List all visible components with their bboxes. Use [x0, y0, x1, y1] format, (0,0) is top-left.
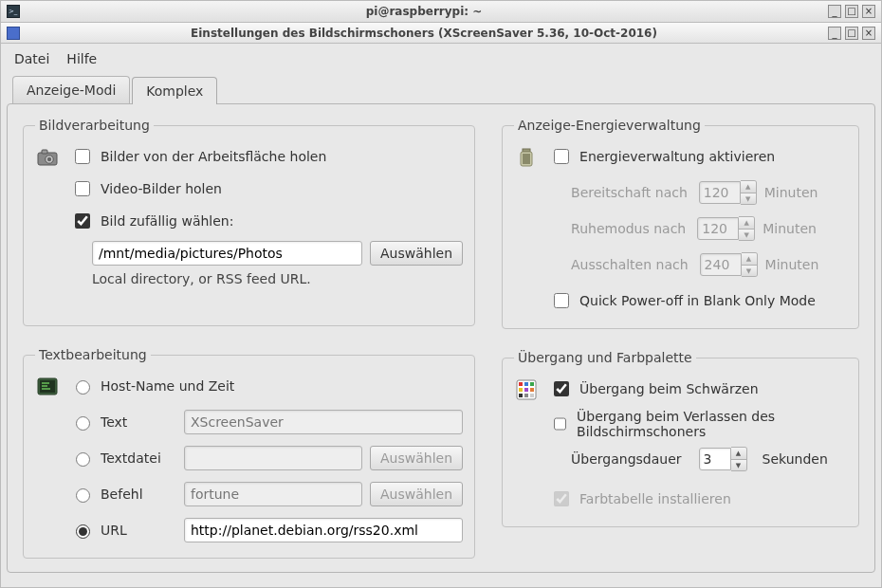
- spin-fade-duration[interactable]: 3 ▲▼: [699, 447, 747, 471]
- input-image-path[interactable]: [92, 241, 362, 266]
- svg-rect-10: [519, 382, 523, 386]
- label-enable-power-mgmt: Energieverwaltung aktivieren: [579, 149, 775, 164]
- label-fade-duration: Übergangsdauer: [571, 451, 681, 467]
- text-terminal-icon: [35, 376, 60, 398]
- xscreensaver-icon: [7, 27, 20, 40]
- radio-command[interactable]: [76, 488, 90, 503]
- group-fade-legend: Übergang und Farbpalette: [514, 350, 696, 365]
- input-command[interactable]: [184, 482, 362, 506]
- label-suspend-minutes: Minuten: [763, 221, 817, 236]
- spin-suspend[interactable]: 120 ▲▼: [697, 216, 755, 241]
- group-power-legend: Anzeige-Energieverwaltung: [514, 118, 705, 133]
- checkbox-grab-desktop[interactable]: [75, 149, 90, 164]
- label-command: Befehl: [101, 487, 176, 502]
- label-suspend-after: Ruhemodus nach: [571, 221, 686, 236]
- radio-url[interactable]: [76, 524, 90, 539]
- battery-icon: [514, 146, 539, 169]
- spin-off[interactable]: 240 ▲▼: [700, 252, 758, 277]
- button-command-browse[interactable]: Auswählen: [370, 482, 463, 506]
- svg-rect-18: [530, 394, 534, 397]
- group-image-manipulation: Bildverarbeitung Bilder von der Arbeitsf…: [23, 118, 475, 326]
- label-url: URL: [101, 523, 176, 538]
- label-grab-video: Video-Bilder holen: [101, 181, 222, 196]
- terminal-icon: [7, 5, 20, 18]
- dialog-titlebar: Einstellungen des Bildschirmschoners (XS…: [0, 23, 882, 44]
- dialog-minimize-button[interactable]: _: [828, 27, 841, 40]
- svg-rect-17: [524, 394, 528, 397]
- group-text-manipulation: Textbearbeitung Host-Name und Zeit: [23, 347, 475, 559]
- svg-rect-15: [530, 388, 534, 392]
- radio-textfile[interactable]: [76, 452, 90, 467]
- checkbox-choose-random-image[interactable]: [75, 213, 90, 229]
- spin-fade-down[interactable]: ▼: [731, 459, 746, 470]
- spin-suspend-down[interactable]: ▼: [739, 229, 754, 240]
- colormap-icon: [514, 378, 539, 401]
- dialog-title: Einstellungen des Bildschirmschoners (XS…: [26, 27, 822, 40]
- label-off-minutes: Minuten: [765, 257, 819, 272]
- label-standby-after: Bereitschaft nach: [571, 185, 688, 200]
- label-textfile: Textdatei: [101, 450, 176, 466]
- radio-text[interactable]: [76, 416, 90, 431]
- group-fading-colormap: Übergang und Farbpalette Übergang beim S…: [502, 350, 859, 527]
- spin-suspend-value[interactable]: 120: [697, 217, 739, 240]
- label-host-time: Host-Name und Zeit: [101, 378, 234, 394]
- checkbox-grab-video[interactable]: [75, 181, 90, 196]
- menu-help[interactable]: Hilfe: [66, 51, 97, 66]
- outer-maximize-button[interactable]: □: [845, 5, 858, 18]
- camera-icon: [35, 146, 60, 169]
- input-url[interactable]: [184, 518, 463, 542]
- radio-host-time[interactable]: [76, 380, 90, 395]
- group-text-legend: Textbearbeitung: [35, 347, 151, 362]
- spin-standby-down[interactable]: ▼: [741, 193, 756, 204]
- svg-point-3: [47, 157, 51, 161]
- outer-window-titlebar: pi@raspberrypi: ~ _ □ ×: [0, 0, 882, 23]
- svg-rect-14: [524, 388, 528, 392]
- label-text: Text: [101, 414, 176, 430]
- menubar: Datei Hilfe: [7, 47, 875, 76]
- label-image-hint: Local directory, or RSS feed URL.: [92, 271, 463, 286]
- button-textfile-browse[interactable]: Auswählen: [370, 446, 463, 470]
- label-choose-random-image: Bild zufällig wählen:: [101, 213, 233, 229]
- dialog-maximize-button[interactable]: □: [845, 27, 858, 40]
- label-fade-seconds: Sekunden: [763, 451, 828, 467]
- spin-fade-duration-value[interactable]: 3: [699, 448, 731, 470]
- spin-standby-up[interactable]: ▲: [741, 181, 756, 193]
- outer-window-title: pi@raspberrypi: ~: [26, 5, 822, 18]
- dialog-body: Datei Hilfe Anzeige-Modi Komplex Bildver…: [0, 44, 882, 588]
- checkbox-quick-poweroff[interactable]: [554, 293, 569, 308]
- tab-advanced[interactable]: Komplex: [132, 77, 217, 104]
- group-image-legend: Bildverarbeitung: [35, 118, 154, 133]
- menu-file[interactable]: Datei: [14, 51, 49, 66]
- input-textfile-path[interactable]: [184, 446, 362, 470]
- spin-standby-value[interactable]: 120: [699, 181, 741, 204]
- group-power-management: Anzeige-Energieverwaltung Energieverwalt…: [502, 118, 859, 329]
- spin-off-up[interactable]: ▲: [742, 253, 757, 265]
- outer-minimize-button[interactable]: _: [828, 5, 841, 18]
- label-off-after: Ausschalten nach: [571, 257, 689, 272]
- tab-display-modes[interactable]: Anzeige-Modi: [12, 76, 130, 103]
- label-grab-desktop: Bilder von der Arbeitsfläche holen: [101, 149, 326, 164]
- spin-off-value[interactable]: 240: [700, 253, 742, 276]
- checkbox-install-colormap: [554, 491, 569, 506]
- label-fade-from-black: Übergang beim Verlassen des Bildschirmsc…: [577, 409, 847, 439]
- svg-rect-12: [530, 382, 534, 386]
- svg-rect-16: [519, 394, 523, 397]
- svg-rect-11: [524, 382, 528, 386]
- label-quick-poweroff: Quick Power-off in Blank Only Mode: [579, 293, 816, 308]
- svg-rect-13: [519, 388, 523, 392]
- tab-content-advanced: Bildverarbeitung Bilder von der Arbeitsf…: [7, 103, 875, 573]
- checkbox-fade-from-black[interactable]: [554, 416, 566, 432]
- dialog-close-button[interactable]: ×: [862, 27, 875, 40]
- outer-close-button[interactable]: ×: [862, 5, 875, 18]
- button-image-browse[interactable]: Auswählen: [370, 241, 463, 266]
- checkbox-fade-to-black[interactable]: [554, 381, 569, 396]
- spin-standby[interactable]: 120 ▲▼: [699, 180, 757, 205]
- tab-bar: Anzeige-Modi Komplex: [12, 76, 875, 103]
- label-install-colormap: Farbtabelle installieren: [579, 491, 731, 506]
- spin-suspend-up[interactable]: ▲: [739, 217, 754, 229]
- input-text-literal[interactable]: [184, 410, 463, 434]
- spin-fade-up[interactable]: ▲: [731, 448, 746, 459]
- checkbox-enable-power-mgmt[interactable]: [554, 149, 569, 164]
- svg-rect-1: [42, 150, 47, 154]
- spin-off-down[interactable]: ▼: [742, 265, 757, 276]
